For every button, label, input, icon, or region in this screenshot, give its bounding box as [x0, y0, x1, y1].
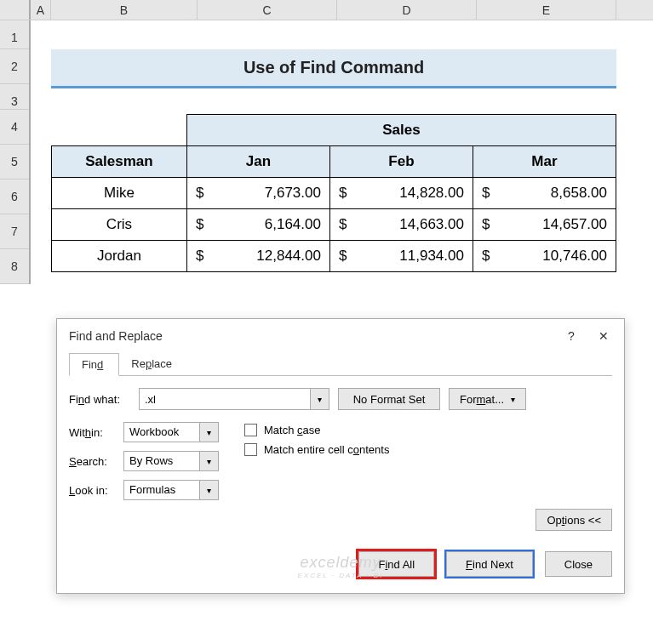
row-header-6[interactable]: 6 [0, 180, 29, 214]
cell-value[interactable]: $14,663.00 [329, 209, 473, 241]
table-row: Jordan $12,844.00 $11,934.00 $10,746.00 [52, 241, 616, 272]
row-header-2[interactable]: 2 [0, 49, 29, 84]
column-header-row: A B C D E [0, 0, 653, 20]
dialog-title: Find and Replace [69, 329, 163, 343]
row-header-8[interactable]: 8 [0, 249, 29, 284]
format-button[interactable]: Format...▾ [449, 388, 526, 410]
close-icon[interactable]: ✕ [595, 328, 612, 345]
cell-value[interactable]: $6,164.00 [186, 209, 329, 241]
chevron-down-icon[interactable]: ▾ [199, 452, 218, 470]
salesman-header: Salesman [52, 146, 187, 178]
lookin-label: Look in: [69, 484, 117, 497]
row-header-3[interactable]: 3 [0, 84, 29, 110]
cell-value[interactable]: $8,658.00 [473, 178, 616, 209]
within-select[interactable]: Workbook▾ [123, 422, 219, 442]
month-jan: Jan [186, 146, 329, 178]
col-header-D[interactable]: D [337, 0, 477, 20]
table-row: Mike $7,673.00 $14,828.00 $8,658.00 [52, 178, 616, 209]
cell-value[interactable]: $14,657.00 [473, 209, 616, 241]
help-icon[interactable]: ? [563, 328, 580, 345]
col-header-E[interactable]: E [477, 0, 616, 20]
search-select[interactable]: By Rows▾ [123, 451, 219, 471]
row-header-4[interactable]: 4 [0, 110, 29, 145]
no-format-button[interactable]: No Format Set [338, 388, 440, 410]
lookin-select[interactable]: Formulas▾ [123, 480, 219, 500]
watermark: exceldemy EXCEL · DATA · BI [298, 554, 384, 579]
col-header-C[interactable]: C [198, 0, 337, 20]
cell-value[interactable]: $10,746.00 [473, 241, 616, 272]
chevron-down-icon[interactable]: ▾ [310, 389, 329, 409]
row-header-1[interactable]: 1 [0, 20, 29, 49]
chevron-down-icon[interactable]: ▾ [199, 423, 218, 442]
options-button[interactable]: Options << [536, 509, 612, 531]
find-what-label: Find what: [69, 393, 130, 406]
cell-value[interactable]: $11,934.00 [329, 241, 473, 272]
search-label: Search: [69, 455, 117, 468]
month-mar: Mar [473, 146, 616, 178]
col-header-A[interactable]: A [31, 0, 51, 20]
chevron-down-icon[interactable]: ▾ [199, 481, 218, 499]
tab-find[interactable]: Find [69, 353, 119, 376]
cell-name[interactable]: Mike [52, 178, 187, 209]
match-case-checkbox[interactable]: Match case [244, 424, 389, 436]
row-header-5[interactable]: 5 [0, 145, 29, 180]
row-header-7[interactable]: 7 [0, 214, 29, 249]
select-all-corner[interactable] [0, 0, 31, 20]
cell-value[interactable]: $12,844.00 [186, 241, 329, 272]
sales-table: Sales Salesman Jan Feb Mar Mike $7,673.0… [51, 114, 616, 272]
col-header-B[interactable]: B [51, 0, 198, 20]
tab-replace[interactable]: Replace [119, 353, 187, 375]
find-replace-dialog: Find and Replace ? ✕ Find Replace Find w… [56, 318, 625, 594]
find-next-button[interactable]: Find Next [446, 551, 533, 577]
cell-value[interactable]: $14,828.00 [329, 178, 473, 209]
cell-name[interactable]: Cris [52, 209, 187, 241]
find-what-input[interactable]: ▾ [139, 388, 329, 410]
row-header-col: 1 2 3 4 5 6 7 8 [0, 20, 31, 284]
match-entire-checkbox[interactable]: Match entire cell contents [244, 443, 389, 456]
sales-header: Sales [186, 115, 616, 146]
within-label: Within: [69, 426, 117, 439]
cell-name[interactable]: Jordan [52, 241, 187, 272]
page-title: Use of Find Command [51, 49, 616, 88]
close-button[interactable]: Close [545, 551, 612, 577]
cell-value[interactable]: $7,673.00 [186, 178, 329, 209]
table-row: Cris $6,164.00 $14,663.00 $14,657.00 [52, 209, 616, 241]
month-feb: Feb [329, 146, 473, 178]
